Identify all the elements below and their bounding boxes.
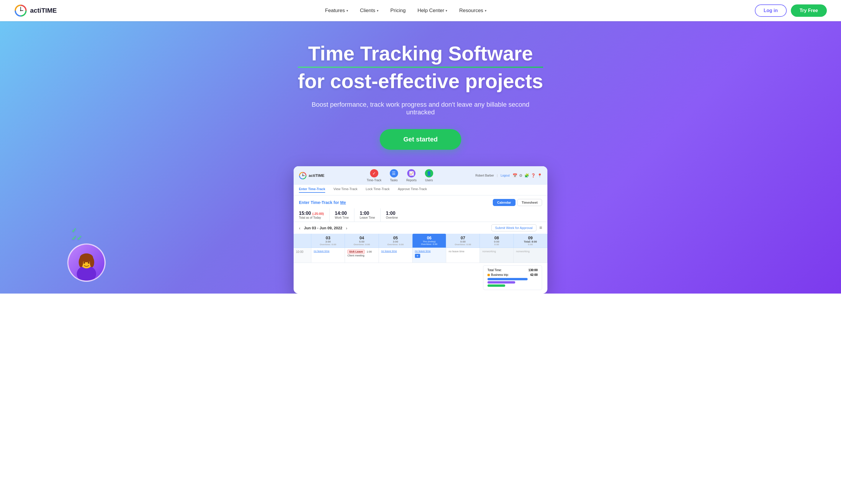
no-leave-link-05[interactable]: no leave time — [381, 250, 410, 253]
bar-purple — [487, 281, 515, 284]
nav-item-features[interactable]: Features▾ — [325, 8, 348, 14]
tab-reports-label: Reports — [406, 179, 417, 182]
menu-icon[interactable]: ≡ — [539, 225, 542, 231]
total-time-val: 130:00 — [529, 269, 538, 272]
next-week-button[interactable]: › — [346, 226, 347, 231]
tab-timetrack-label: Time-Track — [367, 179, 381, 182]
timetrack-me[interactable]: Me — [340, 200, 346, 205]
nav-label-help: Help Center — [417, 8, 444, 14]
nonworking-09: nonworking — [516, 250, 530, 253]
logo-icon — [14, 4, 27, 17]
app-logo-icon — [299, 172, 307, 180]
subtab-approve[interactable]: Approve Time-Track — [398, 187, 427, 193]
stat-total: 15:00 (-25:00) Total as of Today — [299, 209, 330, 222]
app-content-header: Enter Time-Track for Me Calendar Timeshe… — [294, 195, 547, 209]
sick-leave-tag: Sick Leave — [347, 250, 365, 254]
stat-overtime-label: Overtime — [386, 216, 398, 219]
try-free-button[interactable]: Try Free — [791, 4, 827, 17]
cal-cell-08-1: nonworking — [480, 248, 513, 263]
date-range-label: Jun 03 - Jun 09, 2022 — [304, 226, 342, 230]
subtab-lock[interactable]: Lock Time-Track — [366, 187, 390, 193]
cal-day-04: 04 5:00 Overtime: 0:00 — [345, 234, 379, 248]
subtab-enter[interactable]: Enter Time-Track — [299, 187, 325, 193]
client-meeting-task: Client meeting — [347, 254, 364, 257]
business-trip-row: Business trip: 42:00 — [487, 273, 538, 276]
day-08-overtime: 0:00 — [482, 243, 511, 246]
hero-title: Time Tracking Software for cost-effectiv… — [298, 42, 543, 93]
hero-section: Time Tracking Software for cost-effectiv… — [0, 21, 841, 293]
cal-day-05: 05 3:00 Overtime: 0:00 — [379, 234, 413, 248]
calendar-icon: 📅 — [513, 173, 517, 178]
get-started-button[interactable]: Get started — [380, 129, 461, 150]
bar-green — [487, 284, 505, 287]
tab-tasks-label: Tasks — [390, 179, 398, 182]
app-stats-row: 15:00 (-25:00) Total as of Today 14:00 W… — [294, 209, 547, 222]
cal-cell-09-1: nonworking — [514, 248, 547, 263]
app-nav-tabs: ✓ Time-Track ☰ Tasks 📈 Reports 👤 Users — [367, 169, 433, 182]
stat-work-time: 14:00 — [335, 211, 349, 216]
bar-blue — [487, 278, 528, 280]
nav-label-features: Features — [325, 8, 345, 14]
prev-week-button[interactable]: ‹ — [299, 226, 301, 231]
svg-point-4 — [20, 10, 21, 11]
app-tab-tasks[interactable]: ☰ Tasks — [390, 169, 398, 182]
add-entry-area: + — [415, 254, 444, 258]
no-leave-link-06[interactable]: no leave time — [415, 250, 444, 253]
no-leave-07: no leave time — [448, 250, 464, 253]
chevron-clients-icon: ▾ — [377, 9, 379, 13]
puzzle-icon: 🧩 — [525, 173, 529, 178]
nonworking-08: nonworking — [482, 250, 496, 253]
app-tab-reports[interactable]: 📈 Reports — [406, 169, 417, 182]
nav-label-clients: Clients — [360, 8, 375, 14]
cal-day-07: 07 0:00 Overtime: 0:00 — [446, 234, 480, 248]
calendar-grid: 03 3:00 Overtime: 0:00 04 5:00 Overtime:… — [294, 234, 547, 263]
nav-item-clients[interactable]: Clients▾ — [360, 8, 379, 14]
no-leave-link-03[interactable]: no leave time — [314, 250, 342, 253]
cal-cell-03-1: no leave time — [311, 248, 345, 263]
nav-item-help[interactable]: Help Center▾ — [417, 8, 448, 14]
nav-item-resources[interactable]: Resources▾ — [459, 8, 486, 14]
app-screenshot: actiTIME ✓ Time-Track ☰ Tasks 📈 Reports — [294, 166, 547, 293]
settings-icon: ⚙ — [519, 173, 522, 178]
help-icon: ❓ — [531, 173, 536, 178]
login-button[interactable]: Log in — [755, 4, 787, 17]
stat-leave-time: 1:00 — [360, 211, 375, 216]
cal-day-08: 08 0:00 0:00 — [480, 234, 513, 248]
cal-empty-header — [294, 234, 311, 248]
day-08-total: 0:00 — [482, 240, 511, 243]
day-06-num: 06 — [415, 235, 444, 240]
calendar-view-button[interactable]: Calendar — [493, 199, 516, 206]
app-logo-area: actiTIME — [299, 172, 324, 180]
logo-text: actiTIME — [30, 7, 57, 15]
submit-week-button[interactable]: Submit Week for Approval — [491, 224, 536, 231]
tab-users-label: Users — [425, 179, 433, 182]
logo[interactable]: actiTIME — [14, 4, 57, 17]
svg-point-15 — [303, 175, 303, 176]
app-tab-timetrack[interactable]: ✓ Time-Track — [367, 169, 381, 182]
chevron-resources-icon: ▾ — [485, 9, 486, 13]
tab-reports-icon: 📈 — [407, 169, 415, 177]
business-trip-label: Business trip: — [487, 273, 509, 276]
add-entry-button[interactable]: + — [415, 254, 420, 258]
timesheet-view-button[interactable]: Timesheet — [517, 199, 542, 206]
cal-day-09: 09 Total: 8:00 0:00 — [514, 234, 547, 248]
hero-title-line1: Time Tracking Software — [298, 42, 543, 70]
svg-point-9 — [90, 257, 94, 267]
app-logout[interactable]: Logout — [500, 174, 510, 177]
avatar — [67, 244, 106, 282]
nav-item-pricing[interactable]: Pricing — [390, 8, 406, 14]
business-trip-val: 42:00 — [530, 273, 538, 276]
person-illustration — [68, 244, 104, 281]
stat-total-time: 15:00 (-25:00) — [299, 211, 324, 216]
app-icon-row: 📅 ⚙ 🧩 ❓ 📍 — [513, 173, 542, 178]
subtab-view[interactable]: View Time-Track — [333, 187, 357, 193]
app-ui: actiTIME ✓ Time-Track ☰ Tasks 📈 Reports — [294, 166, 547, 290]
stat-leave: 1:00 Leave Time — [360, 209, 381, 222]
stat-overtime: 1:00 Overtime — [386, 209, 404, 222]
nav-actions: Log in Try Free — [755, 4, 827, 17]
hero-subtitle: Boost performance, track work progress a… — [308, 101, 533, 116]
app-logo-text: actiTIME — [309, 173, 324, 178]
app-tab-users[interactable]: 👤 Users — [425, 169, 433, 182]
stat-total-val: 15:00 — [299, 211, 311, 216]
business-trip-text: Business trip: — [491, 273, 509, 276]
